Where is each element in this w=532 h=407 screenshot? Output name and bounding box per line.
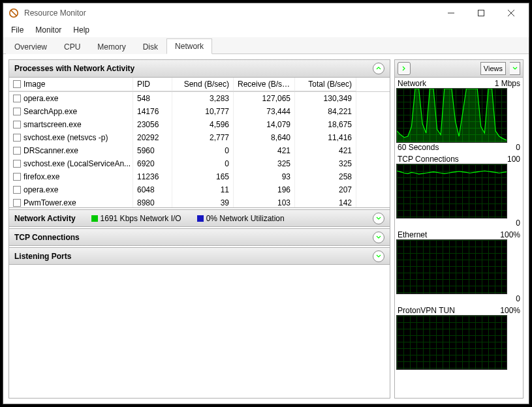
- row-checkbox[interactable]: [13, 186, 21, 194]
- svg-line-1: [11, 10, 16, 16]
- section-network-activity-label: Network Activity: [14, 214, 76, 223]
- cell-pid: 6920: [133, 157, 172, 170]
- cell-total: 84,221: [295, 105, 356, 118]
- row-checkbox[interactable]: [13, 108, 21, 115]
- chart-tcp-connections: TCP Connections1000: [396, 155, 522, 228]
- table-row[interactable]: opera.exe5483,283127,065130,349: [9, 92, 390, 105]
- collapse-right-button[interactable]: [398, 62, 411, 75]
- chart-max: 100%: [500, 230, 520, 239]
- row-checkbox[interactable]: [13, 173, 21, 181]
- table-row[interactable]: firefox.exe1123616593258: [9, 170, 390, 183]
- chart-title: Network: [398, 79, 426, 88]
- network-io-stat: 1691 Kbps Network I/O: [91, 214, 181, 223]
- chart-title: ProtonVPN TUN: [398, 306, 455, 315]
- cell-recv: 103: [234, 196, 295, 207]
- views-button[interactable]: Views: [480, 62, 506, 75]
- network-util-stat: 0% Network Utilization: [197, 214, 285, 223]
- collapse-processes-button[interactable]: [373, 63, 384, 74]
- left-pane: Processes with Network Activity Image PI…: [8, 59, 390, 399]
- chart-canvas: [396, 239, 507, 294]
- row-checkbox[interactable]: [13, 199, 21, 207]
- expand-listening-button[interactable]: [373, 250, 384, 262]
- close-button[interactable]: [496, 3, 526, 23]
- col-total[interactable]: Total (B/sec): [295, 78, 356, 91]
- row-checkbox[interactable]: [13, 160, 21, 168]
- table-row[interactable]: DRScanner.exe59600421421: [9, 144, 390, 157]
- table-row[interactable]: svchost.exe (netsvcs -p)202922,7778,6401…: [9, 131, 390, 144]
- menu-monitor[interactable]: Monitor: [30, 24, 67, 36]
- titlebar[interactable]: Resource Monitor: [3, 3, 529, 23]
- cell-image: opera.exe: [23, 185, 58, 194]
- table-row[interactable]: smartscreen.exe230564,59614,07918,675: [9, 118, 390, 131]
- cell-pid: 6048: [133, 183, 172, 196]
- process-table: Image PID Send (B/sec) Receive (B/sec) T…: [9, 78, 390, 208]
- cell-send: 11: [172, 183, 234, 196]
- chart-max: 100: [507, 155, 520, 164]
- expand-network-activity-button[interactable]: [373, 213, 384, 224]
- section-network-activity[interactable]: Network Activity 1691 Kbps Network I/O 0…: [9, 209, 390, 227]
- cell-total: 207: [295, 183, 356, 196]
- tab-disk[interactable]: Disk: [134, 39, 166, 54]
- expand-tcp-button[interactable]: [373, 232, 384, 243]
- right-pane: Views Network1 Mbps60 Seconds0TCP Connec…: [394, 59, 524, 399]
- cell-recv: 8,640: [234, 131, 295, 144]
- row-checkbox[interactable]: [13, 134, 21, 142]
- col-image[interactable]: Image: [9, 78, 133, 91]
- process-table-scroll[interactable]: Image PID Send (B/sec) Receive (B/sec) T…: [9, 78, 390, 207]
- row-checkbox[interactable]: [13, 121, 21, 128]
- cell-send: 165: [172, 170, 234, 183]
- row-checkbox[interactable]: [13, 95, 21, 102]
- cell-image: svchost.exe (netsvcs -p): [23, 133, 108, 142]
- chart-title: Ethernet: [398, 230, 427, 239]
- views-dropdown-button[interactable]: [510, 62, 520, 75]
- cell-total: 421: [295, 144, 356, 157]
- chart-canvas: [396, 315, 507, 370]
- cell-recv: 14,079: [234, 118, 295, 131]
- cell-image: DRScanner.exe: [23, 146, 78, 155]
- table-header: Image PID Send (B/sec) Receive (B/sec) T…: [9, 78, 390, 92]
- maximize-button[interactable]: [466, 3, 496, 23]
- cell-pid: 11236: [133, 170, 172, 183]
- chart-canvas: [396, 88, 507, 143]
- right-pane-header: Views: [395, 60, 523, 78]
- menu-help[interactable]: Help: [68, 24, 95, 36]
- tabbar: Overview CPU Memory Disk Network: [3, 37, 529, 54]
- col-pid[interactable]: PID: [133, 78, 172, 91]
- svg-marker-6: [397, 89, 507, 143]
- cell-image: smartscreen.exe: [23, 120, 82, 129]
- menu-file[interactable]: File: [6, 24, 29, 36]
- cell-pid: 8980: [133, 196, 172, 207]
- select-all-checkbox[interactable]: [13, 80, 21, 88]
- cell-send: 0: [172, 157, 234, 170]
- table-row[interactable]: opera.exe604811196207: [9, 183, 390, 196]
- tab-network[interactable]: Network: [166, 38, 212, 54]
- table-row[interactable]: PwmTower.exe898039103142: [9, 196, 390, 207]
- table-row[interactable]: SearchApp.exe1417610,77773,44484,221: [9, 105, 390, 118]
- cell-total: 18,675: [295, 118, 356, 131]
- col-send[interactable]: Send (B/sec): [172, 78, 234, 91]
- cell-pid: 14176: [133, 105, 172, 118]
- svg-rect-3: [478, 10, 484, 16]
- cell-recv: 127,065: [234, 92, 295, 105]
- tab-overview[interactable]: Overview: [6, 39, 55, 54]
- cell-recv: 325: [234, 157, 295, 170]
- tab-memory[interactable]: Memory: [89, 39, 134, 54]
- section-listening[interactable]: Listening Ports: [9, 247, 390, 265]
- cell-recv: 421: [234, 144, 295, 157]
- cell-recv: 196: [234, 183, 295, 196]
- cell-send: 10,777: [172, 105, 234, 118]
- table-row[interactable]: svchost.exe (LocalServiceAn...6920032532…: [9, 157, 390, 170]
- util-color-swatch: [197, 215, 204, 222]
- cell-send: 4,596: [172, 118, 234, 131]
- minimize-button[interactable]: [436, 3, 466, 23]
- cell-image: firefox.exe: [23, 172, 59, 181]
- chart-max: 1 Mbps: [495, 79, 520, 88]
- cell-pid: 20292: [133, 131, 172, 144]
- charts-scroll[interactable]: Network1 Mbps60 Seconds0TCP Connections1…: [395, 78, 523, 398]
- col-recv[interactable]: Receive (B/sec): [234, 78, 295, 91]
- cell-send: 3,283: [172, 92, 234, 105]
- row-checkbox[interactable]: [13, 147, 21, 155]
- section-tcp[interactable]: TCP Connections: [9, 228, 390, 246]
- tab-cpu[interactable]: CPU: [55, 39, 89, 54]
- section-processes[interactable]: Processes with Network Activity: [9, 60, 390, 78]
